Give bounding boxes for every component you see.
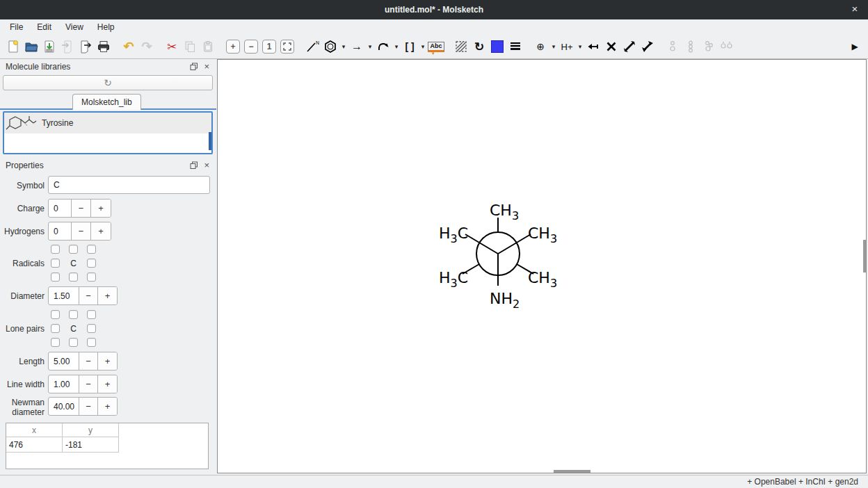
zoom-in-button[interactable]: +: [224, 38, 242, 56]
newman-projection[interactable]: CH3 H3C CH3 H3C CH3 NH2: [218, 60, 866, 473]
draw-tool-button[interactable]: N: [303, 38, 321, 56]
undo-button[interactable]: ↶: [120, 38, 138, 56]
diameter-decrement-button[interactable]: −: [79, 287, 98, 304]
ring-tool-dropdown[interactable]: ▾: [339, 38, 348, 56]
window-close-button[interactable]: ×: [849, 3, 861, 15]
close-panel-icon[interactable]: ×: [204, 161, 209, 170]
close-panel-icon[interactable]: ×: [204, 63, 209, 71]
charge-tool-button[interactable]: ⊕: [531, 38, 549, 56]
hydrogens-decrement-button[interactable]: −: [72, 222, 91, 240]
newman-diameter-decrement-button[interactable]: −: [79, 398, 98, 415]
lone-pair-checkbox[interactable]: [87, 310, 96, 319]
diameter-increment-button[interactable]: +: [98, 287, 117, 304]
zoom-out-button[interactable]: −: [242, 38, 260, 56]
print-button[interactable]: [95, 38, 113, 56]
charge-value[interactable]: 0: [49, 200, 72, 217]
bracket-tool-dropdown[interactable]: ▾: [419, 38, 427, 56]
redo-button[interactable]: ↷: [138, 38, 156, 56]
label-lower-left[interactable]: H3C: [439, 269, 468, 290]
column-header-x[interactable]: x: [6, 423, 63, 437]
label-lower-right[interactable]: CH3: [528, 269, 557, 290]
label-bottom[interactable]: NH2: [490, 290, 520, 311]
library-list-scrollbar[interactable]: [209, 132, 211, 150]
electron-pair-tool-button[interactable]: [700, 38, 718, 56]
lone-pair-checkbox[interactable]: [69, 310, 78, 319]
paste-button[interactable]: [199, 38, 217, 56]
export-button[interactable]: [77, 38, 95, 56]
charge-decrement-button[interactable]: −: [72, 200, 91, 217]
new-document-button[interactable]: [4, 38, 22, 56]
radical-checkbox[interactable]: [51, 273, 60, 282]
radical-checkbox[interactable]: [87, 259, 96, 268]
radical-checkbox[interactable]: [87, 273, 96, 282]
list-item-tyrosine[interactable]: Tyrosine: [4, 113, 211, 133]
cell-y[interactable]: -181: [63, 437, 119, 453]
zoom-original-button[interactable]: 1: [260, 38, 278, 56]
column-header-y[interactable]: y: [63, 423, 119, 437]
zoom-fit-button[interactable]: [278, 38, 296, 56]
drawing-canvas[interactable]: CH3 H3C CH3 H3C CH3 NH2: [217, 59, 867, 473]
refresh-libraries-button[interactable]: ↻: [3, 75, 213, 90]
label-upper-right[interactable]: CH3: [528, 225, 557, 245]
hydrogen-tool-dropdown[interactable]: ▾: [576, 38, 584, 56]
toolbar-extension-button[interactable]: ▶: [846, 38, 864, 56]
text-tool-button[interactable]: Abc ▾: [427, 38, 445, 56]
cut-button[interactable]: ✂: [163, 38, 181, 56]
hydrogen-tool-button[interactable]: H+: [558, 38, 576, 56]
color-picker-button[interactable]: [488, 38, 506, 56]
radical-checkbox[interactable]: [87, 245, 96, 254]
menu-file[interactable]: File: [3, 20, 30, 34]
open-button[interactable]: [22, 38, 40, 56]
copy-button[interactable]: [181, 38, 199, 56]
label-top[interactable]: CH3: [490, 202, 519, 222]
menu-help[interactable]: Help: [90, 20, 122, 34]
ring-tool-button[interactable]: [321, 38, 339, 56]
line-width-increment-button[interactable]: +: [98, 375, 117, 393]
length-decrement-button[interactable]: −: [79, 352, 98, 370]
charge-tool-dropdown[interactable]: ▾: [549, 38, 558, 56]
line-width-button[interactable]: [506, 38, 524, 56]
float-panel-icon[interactable]: [190, 63, 198, 71]
tab-molsketch-lib[interactable]: Molsketch_lib: [72, 94, 141, 110]
radical-checkbox[interactable]: [51, 245, 60, 254]
radical-electron-tool-button[interactable]: [682, 38, 700, 56]
rotate-tool-button[interactable]: ↻: [470, 38, 488, 56]
flip-bond-tool-button[interactable]: [620, 38, 638, 56]
lone-pair-checkbox[interactable]: [87, 338, 96, 347]
bracket-tool-button[interactable]: [ ]: [401, 38, 419, 56]
reaction-arrow-dropdown[interactable]: ▾: [366, 38, 374, 56]
lone-pair-checkbox[interactable]: [51, 338, 60, 347]
menu-edit[interactable]: Edit: [30, 20, 58, 34]
connect-tool-button[interactable]: [584, 38, 602, 56]
cell-x[interactable]: 476: [6, 437, 63, 453]
symbol-input[interactable]: [48, 176, 210, 194]
import-button[interactable]: [58, 38, 77, 56]
delete-tool-button[interactable]: [602, 38, 620, 56]
menu-view[interactable]: View: [58, 20, 90, 34]
radical-checkbox[interactable]: [51, 259, 60, 268]
canvas-horizontal-scrollbar[interactable]: [554, 470, 590, 473]
label-upper-left[interactable]: H3C: [439, 225, 468, 245]
line-width-value[interactable]: 1.00: [49, 375, 79, 393]
flip-stereo-tool-button[interactable]: [638, 38, 657, 56]
length-value[interactable]: 5.00: [49, 352, 79, 370]
unpaired-electrons-tool-button[interactable]: [718, 38, 736, 56]
newman-diameter-increment-button[interactable]: +: [98, 398, 117, 415]
text-tool-dropdown[interactable]: ▾: [432, 51, 435, 56]
canvas-vertical-scrollbar[interactable]: [863, 240, 866, 273]
radical-checkbox[interactable]: [69, 245, 78, 254]
length-increment-button[interactable]: +: [98, 352, 117, 370]
reaction-arrow-tool-button[interactable]: →: [348, 38, 366, 56]
lone-pair-checkbox[interactable]: [51, 324, 60, 333]
line-width-decrement-button[interactable]: −: [79, 375, 98, 393]
newman-diameter-value[interactable]: 40.00: [49, 398, 79, 415]
charge-increment-button[interactable]: +: [91, 200, 111, 217]
selection-tool-button[interactable]: [452, 38, 470, 56]
lone-pair-checkbox[interactable]: [69, 338, 78, 347]
radical-checkbox[interactable]: [69, 273, 78, 282]
lone-pair-checkbox[interactable]: [51, 310, 60, 319]
lone-pair-checkbox[interactable]: [87, 324, 96, 333]
lone-pair-tool-button[interactable]: [664, 38, 682, 56]
save-button[interactable]: [40, 38, 58, 56]
mechanism-arrow-dropdown[interactable]: ▾: [392, 38, 401, 56]
